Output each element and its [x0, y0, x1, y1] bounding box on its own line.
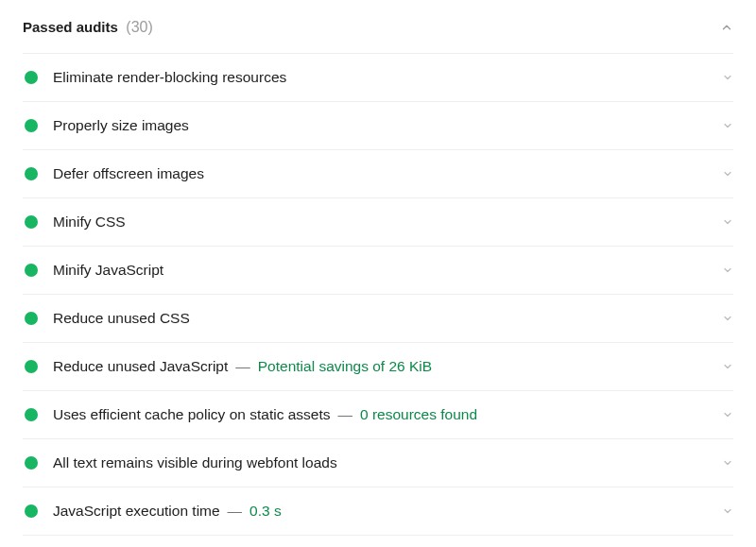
chevron-up-icon[interactable] — [720, 21, 733, 34]
status-pass-icon — [25, 312, 38, 325]
chevron-down-icon[interactable] — [722, 505, 733, 517]
audit-separator: — — [338, 406, 353, 423]
audit-detail: Potential savings of 26 KiB — [258, 358, 432, 375]
audit-list: Eliminate render-blocking resourcesPrope… — [23, 53, 733, 547]
chevron-down-icon[interactable] — [722, 361, 733, 372]
audit-label: Minify JavaScript — [53, 262, 163, 279]
audit-separator: — — [235, 358, 250, 375]
audit-item[interactable]: Uses efficient cache policy on static as… — [23, 390, 733, 438]
status-pass-icon — [25, 456, 38, 470]
audit-detail: 0 resources found — [360, 406, 477, 423]
audit-item[interactable]: Minimizes main-thread work—0.8 s — [23, 535, 733, 547]
chevron-down-icon[interactable] — [722, 216, 733, 228]
audit-item[interactable]: Minify JavaScript — [23, 246, 733, 294]
audit-label: Minify CSS — [53, 214, 126, 231]
chevron-down-icon[interactable] — [722, 457, 733, 469]
audit-label: Uses efficient cache policy on static as… — [53, 406, 331, 423]
audit-separator: — — [228, 503, 243, 520]
status-pass-icon — [25, 408, 38, 421]
status-pass-icon — [25, 167, 38, 180]
header-title-group: Passed audits (30) — [23, 19, 153, 36]
audit-item[interactable]: Defer offscreen images — [23, 149, 733, 197]
audit-item[interactable]: Minify CSS — [23, 197, 733, 246]
audit-item[interactable]: Properly size images — [23, 101, 733, 149]
passed-audits-panel: Passed audits (30) Eliminate render-bloc… — [0, 0, 756, 547]
chevron-down-icon[interactable] — [722, 168, 733, 179]
audit-item[interactable]: JavaScript execution time—0.3 s — [23, 487, 733, 535]
chevron-down-icon[interactable] — [722, 313, 733, 324]
chevron-down-icon[interactable] — [722, 265, 733, 276]
audit-label: Eliminate render-blocking resources — [53, 69, 286, 86]
status-pass-icon — [25, 264, 38, 277]
audit-label: JavaScript execution time — [53, 503, 220, 520]
status-pass-icon — [25, 119, 38, 132]
chevron-down-icon[interactable] — [722, 409, 733, 420]
audit-item[interactable]: Reduce unused CSS — [23, 294, 733, 342]
status-pass-icon — [25, 360, 38, 373]
header-title: Passed audits — [23, 19, 118, 35]
audit-item[interactable]: All text remains visible during webfont … — [23, 438, 733, 487]
audit-label: Reduce unused CSS — [53, 310, 190, 327]
audit-item[interactable]: Reduce unused JavaScript—Potential savin… — [23, 342, 733, 390]
header-count: (30) — [126, 19, 152, 35]
audit-item[interactable]: Eliminate render-blocking resources — [23, 53, 733, 101]
status-pass-icon — [25, 215, 38, 229]
status-pass-icon — [25, 71, 38, 84]
audit-label: Reduce unused JavaScript — [53, 358, 228, 375]
audit-label: All text remains visible during webfont … — [53, 454, 337, 471]
passed-audits-header[interactable]: Passed audits (30) — [23, 11, 733, 53]
chevron-down-icon[interactable] — [722, 120, 733, 131]
status-pass-icon — [25, 504, 38, 518]
audit-label: Defer offscreen images — [53, 165, 204, 182]
chevron-down-icon[interactable] — [722, 72, 733, 83]
audit-label: Properly size images — [53, 117, 189, 134]
audit-detail: 0.3 s — [249, 503, 282, 520]
